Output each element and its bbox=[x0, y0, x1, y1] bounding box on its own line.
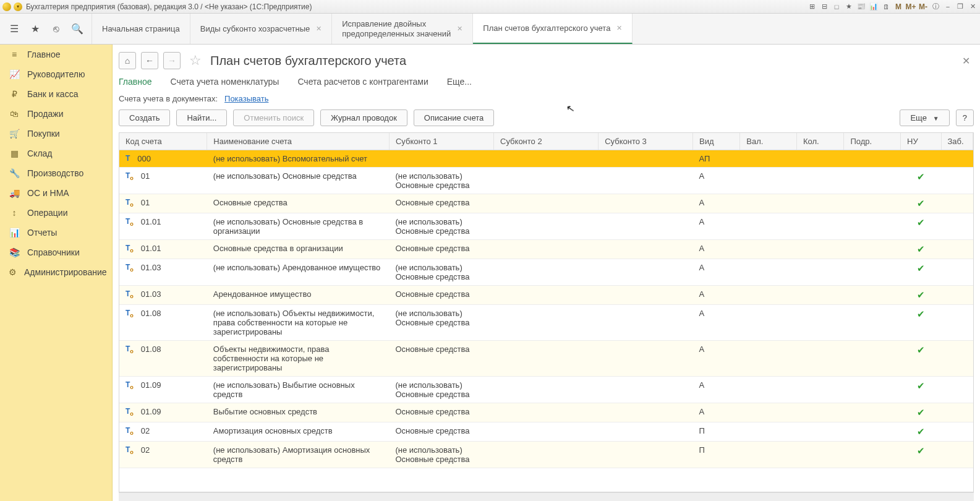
subnav-item[interactable]: Счета расчетов с контрагентами bbox=[297, 77, 428, 87]
table-row[interactable]: Tо01.03(не использовать) Арендованное им… bbox=[119, 259, 973, 286]
col-code[interactable]: Код счета bbox=[119, 133, 207, 150]
table-row[interactable]: Tо01.09(не использовать) Выбытие основны… bbox=[119, 377, 973, 403]
sidebar-icon: ₽ bbox=[9, 89, 20, 99]
col-podr[interactable]: Подр. bbox=[844, 133, 901, 150]
titlebar-button[interactable]: − bbox=[943, 2, 953, 12]
tab[interactable]: Виды субконто хозрасчетные✕ bbox=[190, 14, 332, 44]
tab-close-icon[interactable]: ✕ bbox=[316, 25, 322, 33]
back-button[interactable]: ← bbox=[141, 52, 158, 69]
tab[interactable]: План счетов бухгалтерского учета✕ bbox=[473, 14, 633, 44]
col-sub3[interactable]: Субконто 3 bbox=[599, 133, 693, 150]
titlebar-button[interactable]: M- bbox=[918, 2, 928, 12]
tab-close-icon[interactable]: ✕ bbox=[616, 24, 622, 32]
sidebar-item[interactable]: ▦Склад bbox=[0, 143, 112, 163]
more-button[interactable]: Еще▼ bbox=[900, 109, 949, 126]
tab[interactable]: Начальная страница bbox=[92, 14, 190, 44]
sidebar-label: Отчеты bbox=[27, 228, 57, 238]
col-kol[interactable]: Кол. bbox=[797, 133, 844, 150]
sidebar-item[interactable]: 🛒Покупки bbox=[0, 124, 112, 143]
show-link[interactable]: Показывать bbox=[224, 94, 268, 103]
find-button[interactable]: Найти... bbox=[176, 109, 227, 126]
toolbar-icon[interactable]: 🔍 bbox=[72, 24, 83, 35]
table-row[interactable]: Tо01.01Основные средства в организацииОс… bbox=[119, 240, 973, 259]
titlebar-button[interactable]: ❐ bbox=[955, 2, 965, 12]
col-sub2[interactable]: Субконто 2 bbox=[494, 133, 599, 150]
table-row[interactable]: Tо01.08(не использовать) Объекты недвижи… bbox=[119, 305, 973, 341]
home-button[interactable]: ⌂ bbox=[119, 52, 136, 69]
subnav-item[interactable]: Главное bbox=[119, 77, 152, 87]
sidebar-label: Справочники bbox=[27, 247, 80, 257]
sidebar-item[interactable]: 🛍Продажи bbox=[0, 104, 112, 124]
cancel-search-button[interactable]: Отменить поиск bbox=[233, 109, 314, 126]
col-vid[interactable]: Вид bbox=[692, 133, 739, 150]
sidebar-icon: ↕ bbox=[9, 208, 20, 218]
app-menu-dropdown[interactable]: ▾ bbox=[14, 2, 22, 11]
titlebar-button[interactable]: ⓘ bbox=[931, 2, 940, 12]
titlebar-button[interactable]: M+ bbox=[906, 2, 916, 12]
titlebar-button[interactable]: □ bbox=[832, 2, 842, 12]
titlebar-button[interactable]: ⊞ bbox=[807, 2, 817, 12]
create-button[interactable]: Создать bbox=[119, 109, 170, 126]
titlebar-button[interactable]: M bbox=[893, 2, 903, 12]
sidebar-item[interactable]: ⚙Администрирование bbox=[0, 262, 112, 282]
table-row[interactable]: Tо01.08Объекты недвижимости, права собст… bbox=[119, 341, 973, 377]
favorite-star-icon[interactable]: ☆ bbox=[189, 53, 202, 69]
sidebar-item[interactable]: ₽Банк и касса bbox=[0, 84, 112, 104]
subnav-item[interactable]: Еще... bbox=[447, 77, 472, 87]
titlebar-button[interactable]: 📊 bbox=[869, 2, 879, 12]
window-title: Бухгалтерия предприятия (базовая), редак… bbox=[26, 2, 312, 11]
sidebar-item[interactable]: 🚚ОС и НМА bbox=[0, 183, 112, 203]
sidebar-label: Администрирование bbox=[24, 267, 107, 277]
description-button[interactable]: Описание счета bbox=[414, 109, 494, 126]
sidebar-item[interactable]: 📈Руководителю bbox=[0, 64, 112, 84]
sidebar-icon: 🚚 bbox=[9, 188, 20, 198]
tab[interactable]: Исправление двойныхпредопределенных знач… bbox=[332, 14, 473, 44]
titlebar-button[interactable]: 📰 bbox=[856, 2, 866, 12]
titlebar-button[interactable]: ⊟ bbox=[819, 2, 829, 12]
tab-close-icon[interactable]: ✕ bbox=[457, 25, 462, 33]
toolbar-icon[interactable]: ⎋ bbox=[51, 24, 62, 35]
table-row[interactable]: Tо01(не использовать) Основные средства(… bbox=[119, 168, 973, 194]
table-row[interactable]: Tо01Основные средстваОсновные средстваА✔ bbox=[119, 194, 973, 213]
sidebar-label: Руководителю bbox=[27, 69, 85, 79]
table-row[interactable]: T000(не использовать) Вспомогательный сч… bbox=[119, 150, 973, 168]
sidebar-label: Главное bbox=[27, 49, 61, 59]
col-sub1[interactable]: Субконто 1 bbox=[389, 133, 493, 150]
sidebar-item[interactable]: 🔧Производство bbox=[0, 163, 112, 183]
titlebar-button[interactable]: ✕ bbox=[968, 2, 978, 12]
sidebar-item[interactable]: 📚Справочники bbox=[0, 242, 112, 262]
journal-button[interactable]: Журнал проводок bbox=[320, 109, 407, 126]
sidebar-item[interactable]: 📊Отчеты bbox=[0, 223, 112, 242]
col-zab[interactable]: Заб. bbox=[941, 133, 973, 150]
toolbar-icon[interactable]: ☰ bbox=[9, 24, 20, 35]
table-row[interactable]: Tо01.03Арендованное имуществоОсновные ср… bbox=[119, 286, 973, 305]
sidebar-item[interactable]: ≡Главное bbox=[0, 45, 112, 64]
col-nu[interactable]: НУ bbox=[901, 133, 941, 150]
content-area: ⌂ ← → ☆ План счетов бухгалтерского учета… bbox=[113, 45, 980, 501]
col-name[interactable]: Наименование счета bbox=[207, 133, 390, 150]
table-row[interactable]: Tо01.01(не использовать) Основные средст… bbox=[119, 213, 973, 240]
titlebar-button[interactable]: 🗓 bbox=[881, 2, 891, 12]
horizontal-scrollbar[interactable] bbox=[119, 492, 974, 501]
table-row[interactable]: Tо01.09Выбытие основных средствОсновные … bbox=[119, 403, 973, 422]
forward-button[interactable]: → bbox=[163, 52, 181, 69]
toolbar-icon[interactable]: ★ bbox=[30, 24, 41, 35]
sidebar-icon: 🛒 bbox=[9, 129, 20, 139]
help-button[interactable]: ? bbox=[956, 109, 974, 126]
table-row[interactable]: Tо02(не использовать) Амортизация основн… bbox=[119, 442, 973, 468]
close-page-button[interactable]: ✕ bbox=[962, 55, 974, 67]
sidebar-icon: 🛍 bbox=[9, 109, 20, 119]
sidebar-label: ОС и НМА bbox=[27, 188, 69, 198]
accounts-table[interactable]: Код счета Наименование счета Субконто 1 … bbox=[119, 132, 974, 492]
col-val[interactable]: Вал. bbox=[740, 133, 797, 150]
tabs-row: ☰★⎋🔍 Начальная страницаВиды субконто хоз… bbox=[0, 14, 980, 45]
sidebar-label: Банк и касса bbox=[27, 89, 78, 99]
table-row[interactable]: Tо02Амортизация основных средствОсновные… bbox=[119, 422, 973, 442]
sidebar-icon: ≡ bbox=[9, 49, 20, 59]
sidebar-icon: 📚 bbox=[9, 247, 20, 257]
sidebar-icon: 📊 bbox=[9, 228, 20, 238]
subnav-item[interactable]: Счета учета номенклатуры bbox=[171, 77, 279, 87]
sidebar-item[interactable]: ↕Операции bbox=[0, 203, 112, 223]
page-title: План счетов бухгалтерского учета bbox=[210, 54, 406, 68]
titlebar-button[interactable]: ★ bbox=[844, 2, 854, 12]
